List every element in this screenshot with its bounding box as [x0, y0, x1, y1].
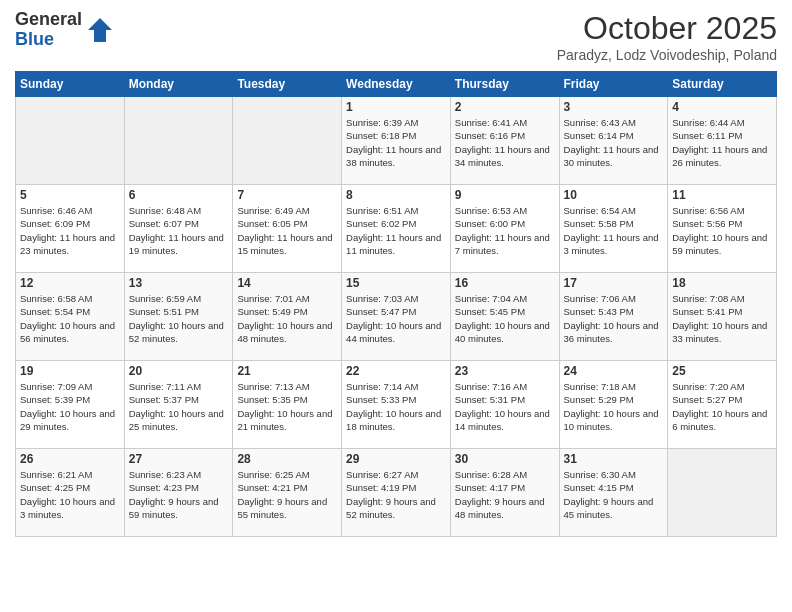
table-row: 16Sunrise: 7:04 AMSunset: 5:45 PMDayligh… — [450, 273, 559, 361]
table-row: 29Sunrise: 6:27 AMSunset: 4:19 PMDayligh… — [342, 449, 451, 537]
day-number: 28 — [237, 452, 337, 466]
day-info: Sunrise: 7:01 AMSunset: 5:49 PMDaylight:… — [237, 292, 337, 345]
day-number: 16 — [455, 276, 555, 290]
table-row: 12Sunrise: 6:58 AMSunset: 5:54 PMDayligh… — [16, 273, 125, 361]
day-info: Sunrise: 6:23 AMSunset: 4:23 PMDaylight:… — [129, 468, 229, 521]
day-info: Sunrise: 7:03 AMSunset: 5:47 PMDaylight:… — [346, 292, 446, 345]
table-row: 10Sunrise: 6:54 AMSunset: 5:58 PMDayligh… — [559, 185, 668, 273]
table-row: 1Sunrise: 6:39 AMSunset: 6:18 PMDaylight… — [342, 97, 451, 185]
month-title: October 2025 — [557, 10, 777, 47]
week-row-0: 1Sunrise: 6:39 AMSunset: 6:18 PMDaylight… — [16, 97, 777, 185]
logo-icon — [86, 16, 114, 44]
page: General Blue October 2025 Paradyz, Lodz … — [0, 0, 792, 547]
table-row: 18Sunrise: 7:08 AMSunset: 5:41 PMDayligh… — [668, 273, 777, 361]
day-info: Sunrise: 6:59 AMSunset: 5:51 PMDaylight:… — [129, 292, 229, 345]
table-row: 19Sunrise: 7:09 AMSunset: 5:39 PMDayligh… — [16, 361, 125, 449]
col-saturday: Saturday — [668, 72, 777, 97]
day-info: Sunrise: 6:58 AMSunset: 5:54 PMDaylight:… — [20, 292, 120, 345]
day-number: 11 — [672, 188, 772, 202]
logo-text: General Blue — [15, 10, 82, 50]
table-row: 31Sunrise: 6:30 AMSunset: 4:15 PMDayligh… — [559, 449, 668, 537]
subtitle: Paradyz, Lodz Voivodeship, Poland — [557, 47, 777, 63]
day-info: Sunrise: 6:43 AMSunset: 6:14 PMDaylight:… — [564, 116, 664, 169]
logo-blue: Blue — [15, 30, 82, 50]
logo: General Blue — [15, 10, 114, 50]
day-info: Sunrise: 7:16 AMSunset: 5:31 PMDaylight:… — [455, 380, 555, 433]
table-row: 9Sunrise: 6:53 AMSunset: 6:00 PMDaylight… — [450, 185, 559, 273]
day-info: Sunrise: 7:14 AMSunset: 5:33 PMDaylight:… — [346, 380, 446, 433]
week-row-1: 5Sunrise: 6:46 AMSunset: 6:09 PMDaylight… — [16, 185, 777, 273]
day-number: 22 — [346, 364, 446, 378]
table-row: 4Sunrise: 6:44 AMSunset: 6:11 PMDaylight… — [668, 97, 777, 185]
col-sunday: Sunday — [16, 72, 125, 97]
calendar-table: Sunday Monday Tuesday Wednesday Thursday… — [15, 71, 777, 537]
day-number: 7 — [237, 188, 337, 202]
day-number: 17 — [564, 276, 664, 290]
day-info: Sunrise: 6:44 AMSunset: 6:11 PMDaylight:… — [672, 116, 772, 169]
day-number: 14 — [237, 276, 337, 290]
day-number: 10 — [564, 188, 664, 202]
day-number: 9 — [455, 188, 555, 202]
table-row: 3Sunrise: 6:43 AMSunset: 6:14 PMDaylight… — [559, 97, 668, 185]
day-number: 3 — [564, 100, 664, 114]
table-row: 11Sunrise: 6:56 AMSunset: 5:56 PMDayligh… — [668, 185, 777, 273]
day-number: 13 — [129, 276, 229, 290]
svg-marker-0 — [88, 18, 112, 42]
day-number: 6 — [129, 188, 229, 202]
title-block: October 2025 Paradyz, Lodz Voivodeship, … — [557, 10, 777, 63]
day-number: 24 — [564, 364, 664, 378]
day-number: 27 — [129, 452, 229, 466]
logo-general: General — [15, 10, 82, 30]
week-row-4: 26Sunrise: 6:21 AMSunset: 4:25 PMDayligh… — [16, 449, 777, 537]
day-number: 1 — [346, 100, 446, 114]
table-row: 26Sunrise: 6:21 AMSunset: 4:25 PMDayligh… — [16, 449, 125, 537]
day-number: 25 — [672, 364, 772, 378]
col-tuesday: Tuesday — [233, 72, 342, 97]
day-number: 15 — [346, 276, 446, 290]
day-info: Sunrise: 6:21 AMSunset: 4:25 PMDaylight:… — [20, 468, 120, 521]
table-row: 20Sunrise: 7:11 AMSunset: 5:37 PMDayligh… — [124, 361, 233, 449]
day-info: Sunrise: 6:56 AMSunset: 5:56 PMDaylight:… — [672, 204, 772, 257]
table-row — [124, 97, 233, 185]
table-row — [233, 97, 342, 185]
table-row: 25Sunrise: 7:20 AMSunset: 5:27 PMDayligh… — [668, 361, 777, 449]
table-row: 24Sunrise: 7:18 AMSunset: 5:29 PMDayligh… — [559, 361, 668, 449]
day-info: Sunrise: 7:20 AMSunset: 5:27 PMDaylight:… — [672, 380, 772, 433]
day-info: Sunrise: 6:30 AMSunset: 4:15 PMDaylight:… — [564, 468, 664, 521]
table-row: 22Sunrise: 7:14 AMSunset: 5:33 PMDayligh… — [342, 361, 451, 449]
day-info: Sunrise: 6:28 AMSunset: 4:17 PMDaylight:… — [455, 468, 555, 521]
day-info: Sunrise: 6:46 AMSunset: 6:09 PMDaylight:… — [20, 204, 120, 257]
day-info: Sunrise: 6:54 AMSunset: 5:58 PMDaylight:… — [564, 204, 664, 257]
day-info: Sunrise: 7:09 AMSunset: 5:39 PMDaylight:… — [20, 380, 120, 433]
week-row-3: 19Sunrise: 7:09 AMSunset: 5:39 PMDayligh… — [16, 361, 777, 449]
table-row: 21Sunrise: 7:13 AMSunset: 5:35 PMDayligh… — [233, 361, 342, 449]
day-info: Sunrise: 6:49 AMSunset: 6:05 PMDaylight:… — [237, 204, 337, 257]
col-monday: Monday — [124, 72, 233, 97]
day-info: Sunrise: 6:53 AMSunset: 6:00 PMDaylight:… — [455, 204, 555, 257]
day-number: 29 — [346, 452, 446, 466]
table-row: 30Sunrise: 6:28 AMSunset: 4:17 PMDayligh… — [450, 449, 559, 537]
header: General Blue October 2025 Paradyz, Lodz … — [15, 10, 777, 63]
day-info: Sunrise: 7:06 AMSunset: 5:43 PMDaylight:… — [564, 292, 664, 345]
table-row: 15Sunrise: 7:03 AMSunset: 5:47 PMDayligh… — [342, 273, 451, 361]
table-row: 28Sunrise: 6:25 AMSunset: 4:21 PMDayligh… — [233, 449, 342, 537]
day-info: Sunrise: 6:48 AMSunset: 6:07 PMDaylight:… — [129, 204, 229, 257]
col-wednesday: Wednesday — [342, 72, 451, 97]
day-info: Sunrise: 6:25 AMSunset: 4:21 PMDaylight:… — [237, 468, 337, 521]
day-info: Sunrise: 6:39 AMSunset: 6:18 PMDaylight:… — [346, 116, 446, 169]
day-number: 20 — [129, 364, 229, 378]
day-info: Sunrise: 6:51 AMSunset: 6:02 PMDaylight:… — [346, 204, 446, 257]
table-row: 13Sunrise: 6:59 AMSunset: 5:51 PMDayligh… — [124, 273, 233, 361]
table-row — [16, 97, 125, 185]
day-info: Sunrise: 7:18 AMSunset: 5:29 PMDaylight:… — [564, 380, 664, 433]
table-row: 23Sunrise: 7:16 AMSunset: 5:31 PMDayligh… — [450, 361, 559, 449]
day-number: 26 — [20, 452, 120, 466]
day-info: Sunrise: 6:41 AMSunset: 6:16 PMDaylight:… — [455, 116, 555, 169]
col-thursday: Thursday — [450, 72, 559, 97]
day-info: Sunrise: 7:11 AMSunset: 5:37 PMDaylight:… — [129, 380, 229, 433]
day-number: 4 — [672, 100, 772, 114]
day-number: 31 — [564, 452, 664, 466]
table-row: 8Sunrise: 6:51 AMSunset: 6:02 PMDaylight… — [342, 185, 451, 273]
week-row-2: 12Sunrise: 6:58 AMSunset: 5:54 PMDayligh… — [16, 273, 777, 361]
day-number: 8 — [346, 188, 446, 202]
